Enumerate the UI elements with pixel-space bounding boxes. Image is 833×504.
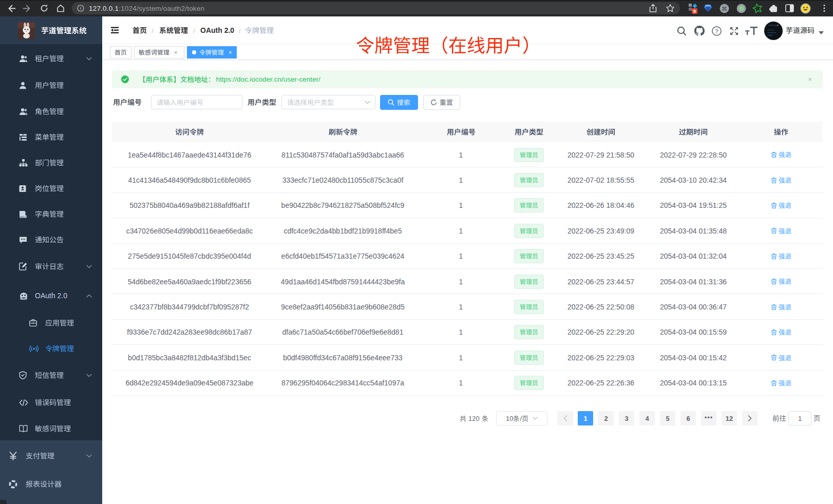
svg-text:?: ? [715, 28, 718, 34]
svg-text:9: 9 [693, 9, 696, 14]
svg-text:⌘: ⌘ [722, 6, 727, 12]
